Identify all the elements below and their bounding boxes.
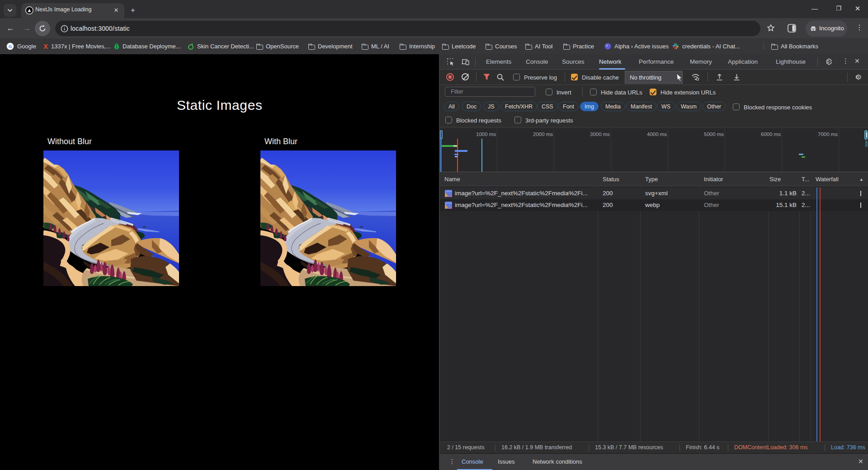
svg-text:G: G	[9, 44, 12, 49]
